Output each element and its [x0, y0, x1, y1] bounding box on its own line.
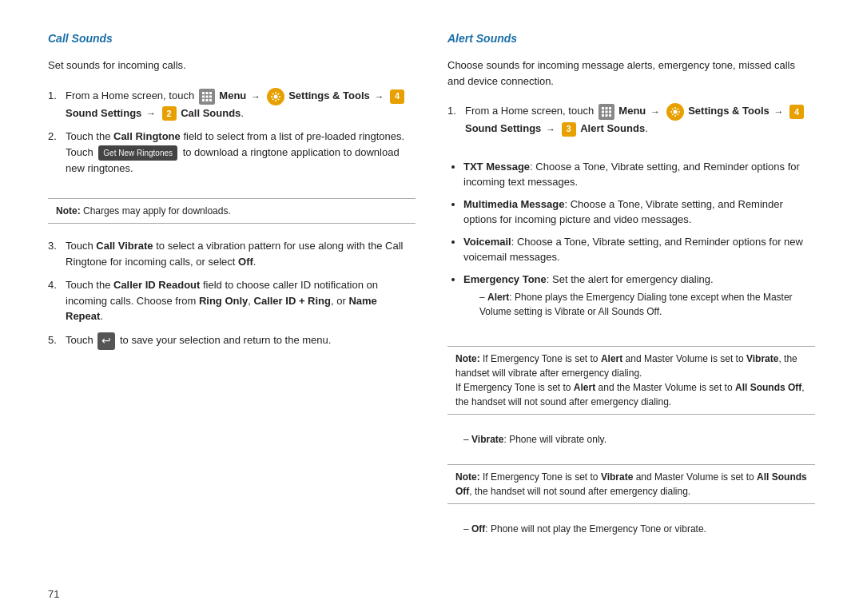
- off-sub-dash: Off: Phone will not play the Emergency T…: [447, 522, 815, 536]
- svg-rect-5: [209, 95, 212, 97]
- emergency-sub-dash: Alert: Phone plays the Emergency Dialing…: [463, 290, 815, 319]
- settings-icon-2: [666, 103, 684, 121]
- emergency-tone-label: Emergency Tone: [463, 273, 547, 285]
- off-sub-label: Off: [471, 523, 485, 535]
- note2-label: Note:: [455, 353, 480, 364]
- vibrate-bold2: Vibrate: [601, 471, 633, 483]
- step-4-content: Touch the Caller ID Readout field to cho…: [66, 277, 416, 324]
- call-sounds-steps1: 1. From a Home screen, touch Menu → Sett…: [48, 88, 416, 185]
- arrow3: →: [146, 108, 156, 119]
- vibrate-bold: Vibrate: [746, 353, 778, 364]
- num4-icon-2: 4: [789, 105, 804, 119]
- vibrate-sub-label: Vibrate: [471, 434, 503, 445]
- call-sounds-title: Call Sounds: [48, 32, 416, 45]
- note-box-3: Note: If Emergency Tone is set to Vibrat…: [447, 464, 815, 504]
- caller-id-ring-label: Caller ID + Ring: [254, 295, 331, 307]
- svg-rect-8: [209, 99, 212, 101]
- step-1: 1. From a Home screen, touch Menu → Sett…: [48, 88, 416, 121]
- back-icon: ↩: [97, 332, 115, 350]
- svg-rect-2: [209, 92, 212, 94]
- call-vibrate-label: Call Vibrate: [96, 240, 153, 252]
- svg-rect-1: [205, 92, 208, 94]
- step-5: 5. Touch ↩ to save your selection and re…: [48, 332, 416, 350]
- note1-label: Note:: [56, 205, 81, 217]
- svg-rect-6: [202, 99, 205, 101]
- svg-point-19: [673, 110, 677, 114]
- page-content: Call Sounds Set sounds for incoming call…: [0, 0, 863, 580]
- sound-settings-label: Sound Settings: [66, 107, 141, 119]
- alert-step-1-content: From a Home screen, touch Menu → Setting…: [465, 103, 815, 137]
- svg-point-9: [273, 94, 277, 98]
- menu-grid-icon-2: [599, 104, 614, 120]
- note3-text: If Emergency Tone is set to Vibrate and …: [455, 471, 807, 497]
- caller-id-readout-label: Caller ID Readout: [113, 279, 200, 291]
- settings-label: Settings & Tools: [288, 89, 370, 101]
- step-2: 2. Touch the Call Ringtone field to sele…: [48, 129, 416, 176]
- alert-step-1-num: 1.: [447, 103, 459, 137]
- ring-only-label: Ring Only: [199, 295, 248, 307]
- note-box-2: Note: If Emergency Tone is set to Alert …: [447, 346, 815, 415]
- arrow5: →: [774, 106, 783, 117]
- page-footer: 71: [0, 580, 863, 616]
- svg-rect-16: [602, 114, 604, 117]
- note2-text: If Emergency Tone is set to Alert and Ma…: [455, 353, 805, 407]
- right-column: Alert Sounds Choose sounds for incoming …: [447, 32, 815, 564]
- settings-label-2: Settings & Tools: [688, 105, 770, 117]
- page-number: 71: [48, 588, 59, 600]
- svg-rect-10: [602, 107, 604, 109]
- call-sounds-intro: Set sounds for incoming calls.: [48, 58, 416, 74]
- step-1-content: From a Home screen, touch Menu → Setting…: [66, 88, 416, 121]
- svg-rect-7: [205, 99, 208, 101]
- step-3-num: 3.: [48, 238, 59, 269]
- step-5-content: Touch ↩ to save your selection and retur…: [66, 332, 416, 350]
- arrow1: →: [251, 91, 260, 102]
- alert-sounds-label: Alert Sounds: [580, 122, 645, 134]
- arrow2: →: [374, 91, 384, 102]
- svg-rect-18: [609, 114, 611, 117]
- svg-rect-4: [205, 95, 208, 97]
- alert-bullets: TXT Message: Choose a Tone, Vibrate sett…: [447, 159, 815, 326]
- note1-text: Charges may apply for downloads.: [83, 205, 231, 217]
- alert-sounds-title: Alert Sounds: [447, 32, 815, 45]
- bullet-txt: TXT Message: Choose a Tone, Vibrate sett…: [463, 159, 815, 190]
- step-2-content: Touch the Call Ringtone field to select …: [66, 129, 416, 176]
- alert-sounds-intro: Choose sounds for incoming message alert…: [447, 58, 815, 89]
- menu-label: Menu: [219, 89, 246, 101]
- call-sounds-label: Call Sounds: [181, 107, 241, 119]
- off-label: Off: [238, 256, 253, 268]
- step-2-num: 2.: [48, 129, 59, 176]
- num2-icon: 2: [162, 106, 177, 121]
- menu-label-2: Menu: [618, 105, 646, 117]
- step-4-num: 4.: [48, 277, 59, 324]
- alert-sounds-steps: 1. From a Home screen, touch Menu → Sett…: [447, 103, 815, 145]
- step-3: 3. Touch Call Vibrate to select a vibrat…: [48, 238, 416, 269]
- svg-rect-11: [605, 107, 607, 109]
- step-3-content: Touch Call Vibrate to select a vibration…: [66, 238, 416, 269]
- sound-settings-label-2: Sound Settings: [465, 122, 541, 134]
- settings-icon: [267, 88, 284, 105]
- get-ringtones-btn[interactable]: Get New Ringtones: [98, 145, 177, 161]
- num4-icon: 4: [390, 89, 404, 104]
- svg-rect-3: [202, 95, 205, 97]
- step-5-num: 5.: [48, 332, 59, 350]
- bullet-emergency: Emergency Tone: Set the alert for emerge…: [463, 272, 815, 320]
- svg-rect-0: [202, 92, 205, 94]
- alert-sub-label: Alert: [487, 292, 509, 303]
- step-1-num: 1.: [48, 88, 59, 121]
- all-sounds-off-bold: All Sounds Off: [735, 382, 801, 393]
- call-sounds-steps2: 3. Touch Call Vibrate to select a vibrat…: [48, 238, 416, 358]
- arrow6: →: [546, 124, 555, 135]
- mms-label: Multimedia Message: [463, 198, 564, 210]
- note-box-1: Note: Charges may apply for downloads.: [48, 198, 416, 224]
- left-column: Call Sounds Set sounds for incoming call…: [48, 32, 416, 564]
- txt-label: TXT Message: [463, 161, 530, 173]
- svg-rect-14: [605, 111, 607, 113]
- num3-icon: 3: [562, 122, 576, 137]
- svg-rect-13: [602, 111, 604, 113]
- svg-rect-17: [605, 114, 607, 117]
- alert-step-1: 1. From a Home screen, touch Menu → Sett…: [447, 103, 815, 137]
- svg-rect-12: [609, 107, 611, 109]
- call-ringtone-label: Call Ringtone: [113, 130, 181, 142]
- arrow4: →: [650, 106, 660, 117]
- alert-bold2: Alert: [574, 382, 595, 393]
